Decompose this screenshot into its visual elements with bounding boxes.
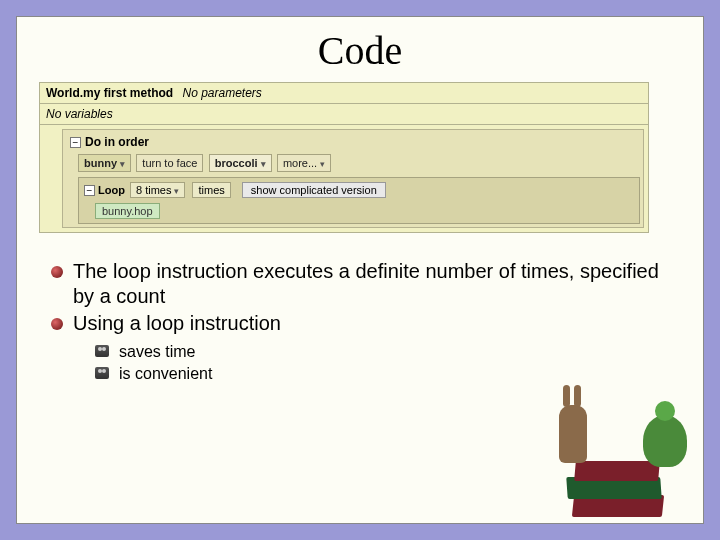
loop-count-label: 8 times <box>136 184 171 196</box>
object-label: bunny <box>84 157 117 169</box>
method-header: World.my first method No parameters <box>39 82 649 104</box>
object-tile[interactable]: bunny▾ <box>78 154 131 172</box>
more-label: more... <box>283 157 317 169</box>
bunny-icon <box>559 405 587 463</box>
turn-to-face-row: bunny▾ turn to face broccoli▾ more...▾ <box>66 151 640 175</box>
collapse-icon[interactable]: − <box>70 137 81 148</box>
method-owner: World. <box>46 86 83 100</box>
do-in-order-header[interactable]: −Do in order <box>66 133 640 151</box>
method-call-tile[interactable]: bunny.hop <box>95 203 160 219</box>
method-body: −Do in order bunny▾ turn to face broccol… <box>39 125 649 233</box>
variables-section: No variables <box>39 104 649 125</box>
chevron-down-icon: ▾ <box>261 159 266 169</box>
bullet-item: The loop instruction executes a definite… <box>47 259 681 309</box>
bullet-list: The loop instruction executes a definite… <box>39 259 681 384</box>
target-tile[interactable]: broccoli▾ <box>209 154 272 172</box>
chevron-down-icon: ▾ <box>174 186 179 196</box>
method-name: my first method <box>83 86 173 100</box>
loop-header: −Loop 8 times▾ times show complicated ve… <box>81 180 637 200</box>
action-tile[interactable]: turn to face <box>136 154 203 172</box>
loop-block[interactable]: −Loop 8 times▾ times show complicated ve… <box>78 177 640 224</box>
collapse-icon[interactable]: − <box>84 185 95 196</box>
code-editor: World.my first method No parameters No v… <box>39 82 649 233</box>
bullet-item: Using a loop instruction <box>47 311 681 336</box>
chevron-down-icon: ▾ <box>320 159 325 169</box>
do-in-order-block[interactable]: −Do in order bunny▾ turn to face broccol… <box>62 129 644 228</box>
loop-count-tile[interactable]: 8 times▾ <box>130 182 185 198</box>
slide: Code World.my first method No parameters… <box>16 16 704 524</box>
loop-label: Loop <box>98 184 125 196</box>
target-label: broccoli <box>215 157 258 169</box>
show-complicated-button[interactable]: show complicated version <box>242 182 386 198</box>
sub-bullet-item: is convenient <box>95 364 681 384</box>
chevron-down-icon: ▾ <box>120 159 125 169</box>
do-in-order-label: Do in order <box>85 135 149 149</box>
slide-title: Code <box>39 27 681 74</box>
book-icon <box>574 461 660 481</box>
more-tile[interactable]: more...▾ <box>277 154 331 172</box>
turtle-icon <box>643 415 687 467</box>
loop-times-tile: times <box>192 182 230 198</box>
sub-bullet-item: saves time <box>95 342 681 362</box>
decorative-characters <box>559 407 689 517</box>
sub-bullet-list: saves time is convenient <box>47 342 681 384</box>
loop-body: bunny.hop <box>81 200 637 221</box>
method-params: No parameters <box>182 86 261 100</box>
